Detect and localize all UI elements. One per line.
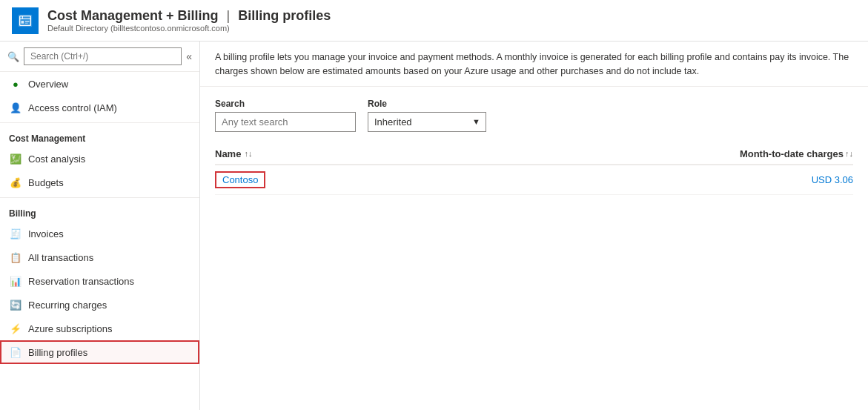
invoice-icon: 🧾 xyxy=(9,227,22,240)
description-text: A billing profile lets you manage your i… xyxy=(215,52,849,76)
sidebar-item-cost-analysis[interactable]: 💹 Cost analysis xyxy=(0,147,199,171)
sidebar-item-azure-subscriptions[interactable]: ⚡ Azure subscriptions xyxy=(0,317,199,340)
description-bar: A billing profile lets you manage your i… xyxy=(200,42,868,87)
search-bar: 🔍 « xyxy=(0,42,199,72)
sort-icon-charges[interactable]: ↑↓ xyxy=(845,149,853,158)
subscriptions-icon: ⚡ xyxy=(9,322,22,335)
role-select[interactable]: Inherited Owner Contributor Reader xyxy=(368,112,486,132)
sort-icon-name[interactable]: ↑↓ xyxy=(244,149,252,158)
section-billing: Billing xyxy=(0,201,199,222)
sidebar-item-invoices-label: Invoices xyxy=(28,228,64,239)
table-row: Contoso USD 3.06 xyxy=(215,165,853,195)
search-filter-label: Search xyxy=(215,99,356,109)
people-icon: 👤 xyxy=(9,101,22,114)
app-icon xyxy=(12,7,39,34)
search-filter-group: Search xyxy=(215,99,356,132)
sidebar-item-budgets[interactable]: 💰 Budgets xyxy=(0,171,199,194)
sidebar-item-all-transactions-label: All transactions xyxy=(28,252,93,263)
col-header-charges[interactable]: Month-to-date charges ↑↓ xyxy=(497,148,853,159)
header-subtitle: Default Directory (billtestcontoso.onmic… xyxy=(47,24,331,33)
sidebar-item-billing-profiles-label: Billing profiles xyxy=(28,347,87,358)
sidebar-item-overview-label: Overview xyxy=(28,79,68,90)
divider-1 xyxy=(0,122,199,123)
role-filter-group: Role Inherited Owner Contributor Reader … xyxy=(368,99,486,132)
cost-icon: 💹 xyxy=(9,152,22,165)
app-title: Cost Management + Billing | Billing prof… xyxy=(47,8,331,24)
sidebar-item-invoices[interactable]: 🧾 Invoices xyxy=(0,222,199,245)
budget-icon: 💰 xyxy=(9,176,22,189)
sidebar-item-cost-analysis-label: Cost analysis xyxy=(28,153,85,165)
sidebar-item-azure-subscriptions-label: Azure subscriptions xyxy=(28,323,112,334)
collapse-button[interactable]: « xyxy=(186,50,192,62)
reservation-icon: 📊 xyxy=(9,274,22,288)
divider-2 xyxy=(0,197,199,198)
col-header-name[interactable]: Name ↑↓ xyxy=(215,148,497,159)
sidebar-item-access-control[interactable]: 👤 Access control (IAM) xyxy=(0,96,199,119)
billing-profiles-icon: 📄 xyxy=(9,345,22,359)
svg-rect-5 xyxy=(25,21,30,22)
search-input[interactable] xyxy=(24,47,182,65)
sidebar-item-recurring-charges[interactable]: 🔄 Recurring charges xyxy=(0,293,199,317)
app-header: Cost Management + Billing | Billing prof… xyxy=(0,0,868,42)
body-layout: 🔍 « ● Overview 👤 Access control (IAM) Co… xyxy=(0,42,868,410)
section-cost-management: Cost Management xyxy=(0,126,199,147)
svg-rect-6 xyxy=(25,22,28,23)
text-search-input[interactable] xyxy=(215,112,356,132)
main-content: A billing profile lets you manage your i… xyxy=(200,42,868,410)
cell-name: Contoso xyxy=(215,171,497,188)
svg-rect-4 xyxy=(21,21,24,24)
sidebar-item-overview[interactable]: ● Overview xyxy=(0,72,199,96)
app-title-text: Cost Management + Billing xyxy=(47,8,219,23)
page-title: Billing profiles xyxy=(238,8,331,23)
col-charges-label: Month-to-date charges xyxy=(740,148,844,159)
title-separator: | xyxy=(227,8,231,23)
sidebar-item-reservation-transactions[interactable]: 📊 Reservation transactions xyxy=(0,269,199,293)
sidebar-item-access-control-label: Access control (IAM) xyxy=(28,102,117,113)
role-select-wrap: Inherited Owner Contributor Reader ▼ xyxy=(368,112,486,132)
role-filter-label: Role xyxy=(368,99,486,109)
table-header: Name ↑↓ Month-to-date charges ↑↓ xyxy=(215,144,853,165)
search-icon: 🔍 xyxy=(7,51,19,62)
col-name-label: Name xyxy=(215,148,241,159)
sidebar-item-reservation-transactions-label: Reservation transactions xyxy=(28,276,134,287)
contoso-link[interactable]: Contoso xyxy=(215,171,265,188)
sidebar-item-all-transactions[interactable]: 📋 All transactions xyxy=(0,245,199,269)
sidebar: 🔍 « ● Overview 👤 Access control (IAM) Co… xyxy=(0,42,200,410)
sidebar-item-budgets-label: Budgets xyxy=(28,177,64,188)
overview-icon: ● xyxy=(9,77,22,90)
recurring-icon: 🔄 xyxy=(9,298,22,311)
filters-row: Search Role Inherited Owner Contributor … xyxy=(215,99,853,132)
cell-charges: USD 3.06 xyxy=(497,174,853,185)
sidebar-item-billing-profiles[interactable]: 📄 Billing profiles xyxy=(0,340,199,364)
content-area: Search Role Inherited Owner Contributor … xyxy=(200,87,868,411)
transactions-icon: 📋 xyxy=(9,251,22,264)
header-title-block: Cost Management + Billing | Billing prof… xyxy=(47,8,331,33)
sidebar-item-recurring-charges-label: Recurring charges xyxy=(28,300,107,311)
